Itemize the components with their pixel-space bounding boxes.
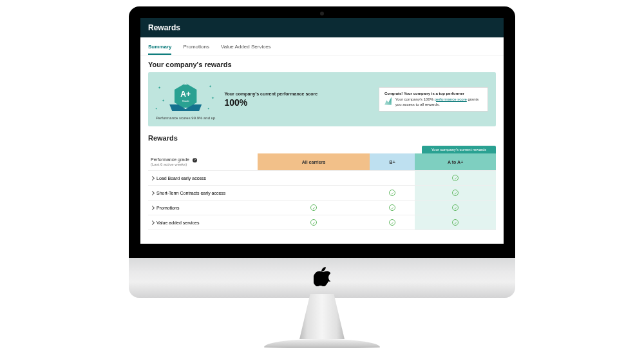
badge-caption: Performance scores 99.9% and up <box>156 116 215 120</box>
main-content: Your company's rewards ✦ ✦ ✦ ✦ ✦ ✦ <box>140 55 504 235</box>
reward-row-toggle[interactable]: Value added services <box>148 215 258 230</box>
col-header-b-plus: B+ <box>370 153 415 171</box>
check-circle-icon: ✓ <box>310 219 317 226</box>
tab-summary[interactable]: Summary <box>148 41 171 55</box>
table-row: Value added services✓✓✓ <box>148 215 496 230</box>
check-circle-icon: ✓ <box>389 219 395 226</box>
check-circle-icon: ✓ <box>452 175 459 181</box>
table-row: Load Board early access✓ <box>148 171 496 186</box>
chevron-right-icon <box>150 176 155 181</box>
chart-up-icon <box>384 97 392 105</box>
top-performer-callout: Congrats! Your company is a top performe… <box>379 87 488 112</box>
reward-cell-bp: ✓ <box>370 201 415 215</box>
check-circle-icon: ✓ <box>310 204 317 211</box>
sparkle-icon: ✦ <box>209 84 212 88</box>
grade-header-text: Performance grade <box>151 157 189 162</box>
reward-cell-bp: ✓ <box>370 186 415 201</box>
chevron-right-icon <box>150 221 155 225</box>
reward-cell-all: ✓ <box>258 215 370 230</box>
badge-grade-label: Grade <box>182 99 189 103</box>
current-tier-badge: Your company's current rewards <box>422 146 496 153</box>
table-row: Promotions✓✓✓ <box>148 201 496 215</box>
sparkle-icon: ✦ <box>162 98 165 103</box>
camera-dot <box>320 12 324 15</box>
check-circle-icon: ✓ <box>452 190 459 196</box>
chevron-right-icon <box>150 206 155 210</box>
performance-hero: ✦ ✦ ✦ ✦ ✦ ✦ A+ Grade Perform <box>148 72 496 126</box>
callout-text: Your company's 100% performance score gr… <box>395 97 482 108</box>
reward-label: Short-Term Contracts early access <box>156 191 225 195</box>
col-header-a-to-a-plus: A to A+ <box>415 153 496 171</box>
imac-frame: Rewards Summary Promotions Value Added S… <box>129 6 515 348</box>
col-header-all-carriers: All carriers <box>258 153 370 171</box>
reward-cell-all <box>258 171 370 186</box>
sparkle-icon: ✦ <box>158 85 161 90</box>
table-row: Short-Term Contracts early access✓✓ <box>148 186 496 201</box>
badge-grade-value: A+ <box>180 90 191 99</box>
rewards-table: Performance grade ? (Last 6 active weeks… <box>148 153 496 230</box>
grade-badge: ✦ ✦ ✦ ✦ ✦ ✦ A+ Grade <box>168 79 203 113</box>
reward-cell-ap: ✓ <box>415 186 496 201</box>
reward-row-toggle[interactable]: Promotions <box>148 201 258 215</box>
tab-value-added-services[interactable]: Value Added Services <box>221 41 271 55</box>
reward-row-toggle[interactable]: Load Board early access <box>148 171 258 186</box>
reward-row-toggle[interactable]: Short-Term Contracts early access <box>148 186 258 201</box>
app-viewport: Rewards Summary Promotions Value Added S… <box>140 18 504 244</box>
rewards-table-title: Rewards <box>148 134 496 142</box>
reward-cell-ap: ✓ <box>415 201 496 215</box>
imac-chin <box>129 258 515 298</box>
sparkle-icon: ✦ <box>207 107 209 110</box>
apple-logo-icon <box>314 267 330 289</box>
col-header-grade: Performance grade ? (Last 6 active weeks… <box>148 153 258 171</box>
help-icon[interactable]: ? <box>193 158 197 162</box>
reward-cell-bp: ✓ <box>370 215 415 230</box>
reward-cell-ap: ✓ <box>415 171 496 186</box>
score-value: 100% <box>224 97 370 108</box>
callout-title: Congrats! Your company is a top performe… <box>384 92 482 95</box>
score-label: Your company's current performance score <box>224 92 370 96</box>
reward-label: Value added services <box>156 221 199 225</box>
sparkle-icon: ✦ <box>155 107 157 110</box>
performance-score-link[interactable]: performance score <box>435 97 467 101</box>
check-circle-icon: ✓ <box>389 204 395 211</box>
score-block: Your company's current performance score… <box>224 92 370 108</box>
sparkle-icon: ✦ <box>211 95 214 100</box>
grade-header-sub: (Last 6 active weeks) <box>151 162 255 166</box>
check-circle-icon: ✓ <box>452 219 459 226</box>
check-circle-icon: ✓ <box>452 204 459 211</box>
reward-cell-all: ✓ <box>258 201 370 215</box>
reward-cell-ap: ✓ <box>415 215 496 230</box>
imac-stand-foot <box>264 339 380 348</box>
reward-cell-bp <box>370 171 415 186</box>
reward-label: Load Board early access <box>156 176 206 181</box>
reward-label: Promotions <box>156 206 179 210</box>
page-title: Rewards <box>140 18 504 37</box>
imac-bezel: Rewards Summary Promotions Value Added S… <box>129 6 515 258</box>
callout-prefix: Your company's 100% <box>395 97 435 101</box>
tab-bar: Summary Promotions Value Added Services <box>140 37 504 55</box>
section-title-rewards: Your company's rewards <box>148 61 496 68</box>
reward-cell-all <box>258 186 370 201</box>
check-circle-icon: ✓ <box>389 190 395 196</box>
chevron-right-icon <box>150 191 155 195</box>
imac-stand-neck <box>292 294 352 339</box>
tab-promotions[interactable]: Promotions <box>183 41 209 55</box>
grade-badge-wrap: ✦ ✦ ✦ ✦ ✦ ✦ A+ Grade Perform <box>156 79 215 120</box>
